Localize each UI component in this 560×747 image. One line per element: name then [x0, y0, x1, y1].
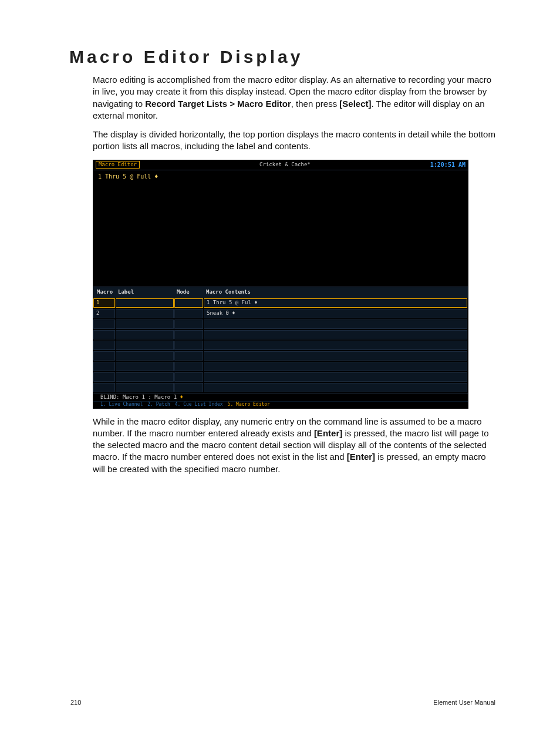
- table-header-row: Macro Label Mode Macro Contents: [93, 287, 468, 298]
- manual-title: Element User Manual: [433, 699, 495, 706]
- cell-macro: [93, 383, 115, 392]
- paragraph-1: Macro editing is accomplished from the m…: [93, 74, 495, 122]
- cell-macro: [93, 372, 115, 382]
- page-footer: 210 Element User Manual: [70, 699, 495, 706]
- window-tab[interactable]: Macro Editor: [96, 161, 140, 169]
- cell-mode: [174, 319, 203, 329]
- display-tabs: 1. Live Channel2. Patch4. Cue List Index…: [93, 401, 468, 408]
- macro-table: Macro Label Mode Macro Contents 11 Thru …: [93, 287, 468, 393]
- cell-label: [116, 351, 174, 361]
- cell-contents: [204, 351, 467, 361]
- table-row[interactable]: [93, 319, 468, 329]
- table-row[interactable]: [93, 351, 468, 361]
- cell-mode: [174, 362, 203, 371]
- cell-mode: [174, 330, 203, 339]
- table-body: 11 Thru 5 @ Ful ♦2Sneak 0 ♦: [93, 298, 468, 393]
- text: , then press: [291, 99, 340, 109]
- cmd-prefix: BLIND:: [100, 394, 123, 400]
- cell-contents: [204, 383, 467, 392]
- cell-contents: [204, 330, 467, 339]
- cell-label: [116, 383, 174, 392]
- paragraph-3: While in the macro editor display, any n…: [93, 416, 495, 475]
- header-macro: Macro: [93, 290, 116, 295]
- cell-contents: [204, 319, 467, 329]
- clock: 1:20:51 AM: [430, 162, 465, 168]
- bold-key: [Enter]: [314, 428, 342, 438]
- show-name: Cricket & Cache*: [140, 162, 430, 167]
- page-number: 210: [70, 699, 81, 706]
- cell-macro: [93, 362, 115, 371]
- cell-contents: [204, 372, 467, 382]
- table-row[interactable]: [93, 382, 468, 393]
- cell-macro: [93, 319, 115, 329]
- cell-macro: [93, 330, 115, 339]
- header-label: Label: [116, 290, 174, 295]
- cell-contents: [204, 341, 467, 350]
- cell-label: [116, 298, 174, 308]
- page-title: Macro Editor Display: [69, 47, 495, 67]
- table-row[interactable]: [93, 361, 468, 372]
- macro-detail-panel: 1 Thru 5 @ Full ♦: [93, 170, 468, 287]
- title-bar: Macro Editor Cricket & Cache* 1:20:51 AM: [93, 160, 468, 170]
- cell-mode: [174, 298, 203, 308]
- bold-path: Record Target Lists > Macro Editor: [145, 99, 291, 109]
- macro-detail-text: 1 Thru 5 @ Full ♦: [98, 173, 158, 180]
- table-row[interactable]: [93, 372, 468, 382]
- table-row[interactable]: 2Sneak 0 ♦: [93, 308, 468, 319]
- cell-label: [116, 319, 174, 329]
- cell-macro: [93, 351, 115, 361]
- header-mode: Mode: [174, 290, 204, 295]
- cell-macro: 2: [93, 309, 115, 318]
- display-tab[interactable]: 1. Live Channel: [100, 402, 143, 407]
- macro-editor-screenshot: Macro Editor Cricket & Cache* 1:20:51 AM…: [93, 160, 468, 409]
- command-line[interactable]: BLIND: Macro 1 : Macro 1 ♦: [93, 393, 468, 401]
- table-row[interactable]: [93, 329, 468, 340]
- display-tab[interactable]: 2. Patch: [147, 402, 170, 407]
- cell-mode: [174, 372, 203, 382]
- cmd-a: Macro 1: [123, 394, 145, 400]
- cell-label: [116, 372, 174, 382]
- cell-mode: [174, 351, 203, 361]
- cell-contents: [204, 362, 467, 371]
- cell-mode: [174, 383, 203, 392]
- cmd-b: Macro 1: [154, 394, 177, 400]
- cell-mode: [174, 309, 203, 318]
- bold-key: [Select]: [339, 99, 371, 109]
- cell-contents: Sneak 0 ♦: [204, 309, 467, 318]
- cell-mode: [174, 341, 203, 350]
- cell-label: [116, 309, 174, 318]
- header-contents: Macro Contents: [204, 290, 468, 295]
- table-row[interactable]: [93, 340, 468, 351]
- cell-macro: 1: [93, 298, 115, 308]
- cmd-terminator-icon: ♦: [177, 394, 183, 400]
- paragraph-2: The display is divided horizontally, the…: [93, 129, 495, 153]
- display-tab[interactable]: 5. Macro Editor: [228, 402, 270, 407]
- display-tab[interactable]: 4. Cue List Index: [175, 402, 223, 407]
- cell-label: [116, 341, 174, 350]
- cell-contents: 1 Thru 5 @ Ful ♦: [204, 298, 467, 308]
- cell-macro: [93, 341, 115, 350]
- cell-label: [116, 362, 174, 371]
- cell-label: [116, 330, 174, 339]
- cmd-sep: :: [145, 394, 154, 400]
- table-row[interactable]: 11 Thru 5 @ Ful ♦: [93, 298, 468, 308]
- bold-key: [Enter]: [347, 452, 375, 462]
